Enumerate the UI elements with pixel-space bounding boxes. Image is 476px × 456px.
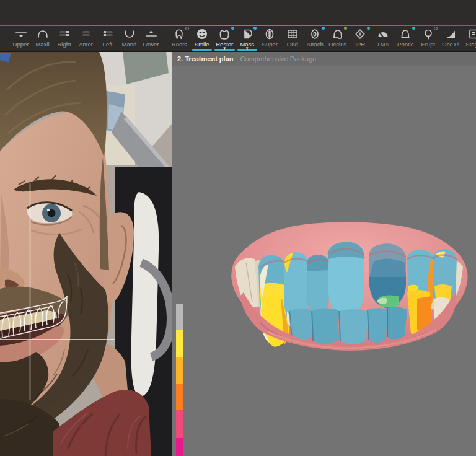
teeth-model-3d[interactable] [225,218,473,351]
patient-photo-panel [0,52,172,456]
main-toolbar: UpperMaxilRightAnterLeftMandLowerRootsSm… [0,26,476,52]
maxilla-arch-icon [35,28,50,40]
window-titlebar [0,0,476,25]
badge-ring-icon [434,27,438,30]
toolbar-item-label: Smile [195,41,209,48]
toolbar-item-stage[interactable]: Stage [462,26,476,51]
toolbar-item-erupt[interactable]: Erupt [417,26,440,51]
toolbar-item-anter[interactable]: Anter [75,26,97,51]
tooth-restore-icon [217,28,232,40]
pontic-bell-icon [398,28,413,40]
toolbar-item-right[interactable]: Right [53,26,75,51]
toolbar-item-label: Anter [79,41,93,48]
toolbar-item-label: Erupt [421,41,435,48]
treatment-plan-header: 2. Treatment plan Comprehensive Package [172,52,476,66]
toolbar-item-label: Grid [287,41,298,48]
toolbar-item-ipr[interactable]: IPR [349,26,372,51]
mandible-arch-icon [122,28,137,40]
legend-color-segment [176,438,183,456]
toolbar-item-occlus[interactable]: Occlus [327,26,350,51]
main-content: 2. Treatment plan Comprehensive Package [0,52,476,456]
patient-photo [0,52,172,456]
toolbar-item-label: Attach [307,41,324,48]
smile-face-icon [195,28,209,40]
badge-dot-icon [253,27,257,30]
badge-dot-icon [344,27,347,30]
eruption-pin-icon [421,28,436,40]
badge-dot-icon [367,27,370,30]
toolbar-item-label: Roots [172,41,187,48]
toolbar-item-grid[interactable]: Grid [281,26,304,51]
heatmap-color-legend [176,304,183,456]
ipr-diamond-icon [353,28,368,40]
toolbar-item-tma[interactable]: TMA [372,26,395,51]
toolbar-item-label: Occlus [328,41,346,48]
badge-dot-icon [412,27,415,30]
grid-icon [285,28,300,40]
legend-color-segment [176,384,183,410]
upper-jaw-icon [14,28,29,40]
legend-color-segment [176,410,183,438]
toolbar-item-left[interactable]: Left [97,26,118,51]
legend-color-segment [176,357,183,384]
toolbar-item-label: Maxil [35,41,49,48]
toolbar-item-upper[interactable]: Upper [10,26,32,51]
chevron-down-icon[interactable]: ▼ [245,46,249,50]
toolbar-item-label: TMA [377,41,389,48]
active-underline [192,49,213,51]
tma-gauge-icon [376,28,390,40]
staging-board-icon [466,28,476,40]
superimpose-icon [262,28,277,40]
left-view-icon [100,28,115,40]
toolbar-item-mass[interactable]: Mass▼ [236,26,259,51]
occlusal-plane-icon [443,28,458,40]
tooth-roots-icon [172,28,187,40]
toolbar-item-label: Stage [465,41,476,48]
legend-color-segment [176,304,183,330]
right-view-icon [57,28,72,40]
toolbar-item-roots[interactable]: Roots [168,26,191,51]
occlusion-icon [330,28,345,40]
toolbar-item-pontic[interactable]: Pontic [394,26,417,51]
toolbar-item-occ-pl[interactable]: Occ Pl [439,26,462,51]
toolbar-item-label: Lower [143,41,159,48]
step-title: 2. Treatment plan [177,55,233,63]
toolbar-item-label: Upper [13,41,29,48]
badge-dot-icon [231,27,234,30]
toolbar-item-maxil[interactable]: Maxil [32,26,53,51]
badge-dot-icon [322,27,325,30]
mass-half-icon [240,28,255,40]
badge-ring-icon [185,27,189,30]
toolbar-item-restor[interactable]: Restor▼ [213,26,236,51]
toolbar-item-smile[interactable]: Smile [191,26,214,51]
toolbar-item-label: Occ Pl [442,41,459,48]
attachment-icon [307,28,322,40]
toolbar-item-label: IPR [355,41,365,48]
toolbar-item-label: Left [103,41,113,48]
viewport-3d[interactable]: 2. Treatment plan Comprehensive Package [172,52,476,456]
anterior-view-icon [79,28,94,40]
toolbar-item-label: Super [262,41,278,48]
toolbar-item-super[interactable]: Super [258,26,281,51]
toolbar-item-attach[interactable]: Attach [304,26,327,51]
toolbar-item-lower[interactable]: Lower [140,26,162,51]
toolbar-item-label: Mand [122,41,137,48]
toolbar-item-label: Right [57,41,71,48]
lower-jaw-icon [144,28,159,40]
package-subtitle: Comprehensive Package [240,55,317,63]
toolbar-item-label: Pontic [397,41,413,48]
chevron-down-icon[interactable]: ▼ [223,46,226,50]
legend-color-segment [176,330,183,357]
toolbar-item-mand[interactable]: Mand [118,26,140,51]
